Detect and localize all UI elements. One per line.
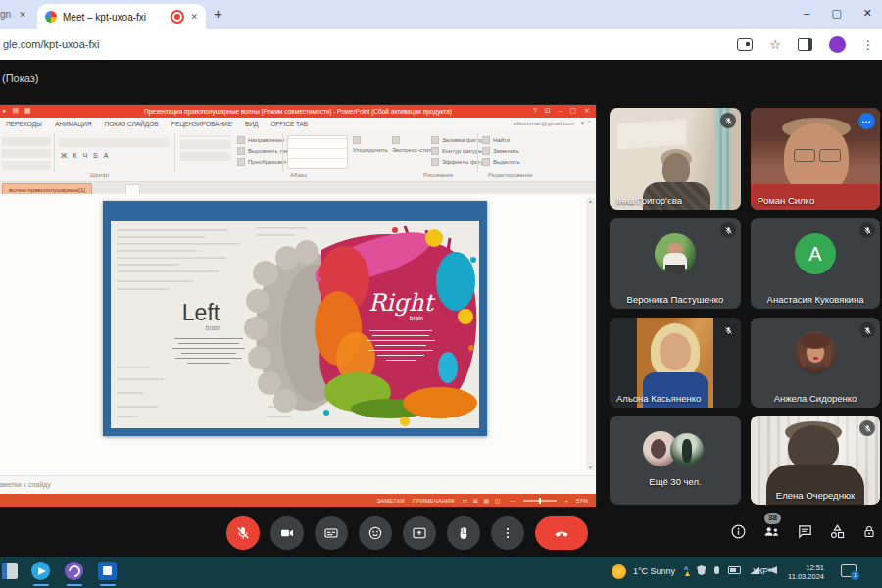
tab-background[interactable]: gn ✕: [0, 9, 35, 20]
windows-taskbar: 1°C Sunny ^ УКР 12:51 11.03.2024 1: [0, 557, 882, 588]
ppt-ribbon-collapse-icon[interactable]: ▾ ⌃: [581, 120, 592, 127]
people-icon[interactable]: [762, 523, 781, 540]
side-panel-icon[interactable]: [798, 38, 812, 51]
scroll-down-icon[interactable]: ▼: [588, 465, 593, 470]
ppt-shape-format-menu[interactable]: Заливка фигуры Контур фигуры Эффекты фиг…: [431, 136, 487, 166]
mic-off-icon: [863, 226, 872, 235]
ppt-tab-review[interactable]: РЕЦЕНЗИРОВАНИЕ: [172, 121, 233, 127]
browser-menu-icon[interactable]: ⋮: [862, 38, 874, 52]
ppt-paragraph-controls[interactable]: [180, 135, 231, 161]
participant-tile[interactable]: А Анастасия Куковякина: [751, 218, 880, 309]
end-call-icon: [552, 523, 571, 543]
shared-powerpoint-window[interactable]: ▸ ▤ ▦ Презентация правополушарные волны …: [0, 105, 596, 507]
ppt-font-style-buttons[interactable]: Ж К Ч S А: [61, 152, 110, 159]
videocam-icon: [279, 525, 295, 541]
ppt-quickstyles-button[interactable]: Экспресс-стили: [392, 136, 425, 153]
meeting-info-icon[interactable]: [730, 523, 747, 540]
browser-urlbar[interactable]: gle.com/kpt-uxoa-fxi ☆ ⋮: [0, 29, 882, 62]
minimize-button[interactable]: –: [804, 7, 809, 20]
taskbar-app-window-icon[interactable]: [2, 563, 18, 579]
ppt-clipboard-group[interactable]: [2, 134, 51, 170]
participant-tile[interactable]: Анжела Сидоренко: [751, 318, 880, 408]
ppt-editor-area[interactable]: Left brain Right brain: [0, 194, 596, 475]
ppt-comments-toggle[interactable]: ПРИМЕЧАНИЯ: [413, 498, 455, 504]
ppt-tab-slideshow[interactable]: ПОКАЗ СЛАЙДОВ: [105, 121, 159, 127]
participant-tile[interactable]: Інна Григор'єва: [610, 108, 741, 210]
new-tab-button[interactable]: +: [214, 5, 222, 22]
ppt-status-bar: ЗАМЕТКИ ПРИМЕЧАНИЯ ▭ ⊞ ▤ ◫ — + 57%: [0, 494, 596, 507]
chat-icon[interactable]: [797, 523, 813, 540]
zoom-in-icon[interactable]: +: [564, 498, 568, 504]
participant-tile[interactable]: Альона Касьяненко: [610, 318, 741, 408]
close-icon[interactable]: ✕: [190, 12, 198, 22]
ppt-tab-animation[interactable]: АНИМАЦИЯ: [55, 121, 92, 127]
ppt-slide[interactable]: Left brain Right brain: [103, 201, 487, 436]
ppt-notes-toggle[interactable]: ЗАМЕТКИ: [377, 498, 405, 504]
open-in-app-icon[interactable]: [737, 38, 753, 51]
viber-icon[interactable]: [65, 562, 83, 580]
ppt-arrange-button[interactable]: Упорядочить: [353, 136, 388, 153]
outlook-icon[interactable]: [98, 562, 117, 580]
ppt-tab-view[interactable]: ВИД: [245, 121, 258, 127]
ppt-zoom-slider[interactable]: [523, 500, 557, 502]
ppt-view-buttons[interactable]: ▭ ⊞ ▤ ◫: [462, 497, 502, 504]
host-controls-lock-icon[interactable]: [861, 523, 877, 540]
mic-toggle-button[interactable]: [226, 516, 260, 550]
ppt-font-controls[interactable]: [59, 135, 169, 147]
tab-background-label: gn: [0, 9, 11, 20]
url-text[interactable]: gle.com/kpt-uxoa-fxi: [3, 38, 99, 50]
svg-text:brain: brain: [206, 324, 220, 331]
ppt-quick-access-icons[interactable]: ▸ ▤ ▦: [3, 107, 33, 115]
weather-sun-icon[interactable]: [612, 564, 626, 579]
raise-hand-button[interactable]: [447, 516, 480, 550]
maximize-button[interactable]: ▢: [831, 7, 841, 20]
ppt-titlebar[interactable]: ▸ ▤ ▦ Презентация правополушарные волны …: [0, 105, 596, 118]
overflow-participants-tile[interactable]: Ещё 30 чел.: [610, 416, 741, 505]
reactions-button[interactable]: [359, 516, 392, 550]
end-call-button[interactable]: [535, 516, 588, 550]
replace-icon: [482, 147, 490, 155]
more-options-button[interactable]: [491, 516, 524, 550]
ppt-editing-menu[interactable]: Найти Заменить Выделить: [482, 136, 520, 166]
ppt-ribbon[interactable]: Ж К Ч S А Направление текста Выровнять т…: [0, 130, 596, 182]
close-button[interactable]: ✕: [863, 7, 872, 20]
shape-outline-icon: [431, 147, 439, 155]
ppt-tab-officetab[interactable]: OFFICE TAB: [271, 121, 309, 127]
close-icon[interactable]: ✕: [19, 10, 26, 20]
battery-icon[interactable]: [728, 566, 741, 574]
ppt-scrollbar[interactable]: ▲ ▼: [586, 198, 595, 470]
mic-muted-badge: [720, 322, 736, 338]
participant-tile[interactable]: Елена Очереднюк: [751, 416, 880, 505]
shape-fill-icon: [431, 136, 439, 144]
participant-tile-active-speaker[interactable]: ••• Роман Силко: [751, 108, 880, 210]
captions-button[interactable]: [315, 516, 348, 550]
present-button[interactable]: [403, 516, 436, 550]
scroll-up-icon[interactable]: ▲: [588, 198, 593, 204]
activities-icon[interactable]: [829, 523, 846, 540]
ppt-group-editing-label: Редактирование: [488, 172, 533, 178]
participant-name: Елена Очереднюк: [751, 490, 880, 501]
taskbar-clock[interactable]: 12:51 11.03.2024: [777, 564, 824, 581]
ppt-shapes-gallery[interactable]: [287, 135, 348, 169]
bookmark-star-icon[interactable]: ☆: [769, 37, 781, 52]
mic-muted-badge: [859, 322, 875, 338]
ppt-account-email[interactable]: silkoroman@gmail.com: [514, 121, 574, 126]
zoom-out-icon[interactable]: —: [510, 498, 515, 504]
weather-widget[interactable]: 1°C Sunny: [633, 566, 675, 576]
ppt-tab-transitions[interactable]: ПЕРЕХОДЫ: [6, 121, 42, 127]
speaker-icon[interactable]: [768, 566, 777, 574]
camera-toggle-button[interactable]: [270, 516, 304, 550]
ppt-ribbon-tabs: ПЕРЕХОДЫ АНИМАЦИЯ ПОКАЗ СЛАЙДОВ РЕЦЕНЗИР…: [0, 118, 596, 130]
tab-meet[interactable]: Meet – kpt-uxoa-fxi ✕: [37, 4, 206, 29]
ppt-notes-pane[interactable]: заметки к слайду: [0, 475, 596, 495]
telegram-icon[interactable]: [31, 562, 50, 580]
profile-avatar[interactable]: [829, 36, 846, 53]
tile-options-icon[interactable]: •••: [858, 113, 875, 129]
language-indicator[interactable]: УКР: [753, 566, 768, 576]
ppt-window-controls-icons[interactable]: ? ⊡ – ▢ ✕: [533, 107, 593, 115]
participant-tile[interactable]: Вероника Пастушенко: [610, 218, 741, 309]
security-shield-icon[interactable]: [697, 565, 706, 575]
ppt-notes-text: заметки к слайду: [0, 481, 51, 488]
tray-mic-icon[interactable]: [714, 566, 719, 574]
ppt-zoom-level[interactable]: 57%: [576, 498, 588, 504]
